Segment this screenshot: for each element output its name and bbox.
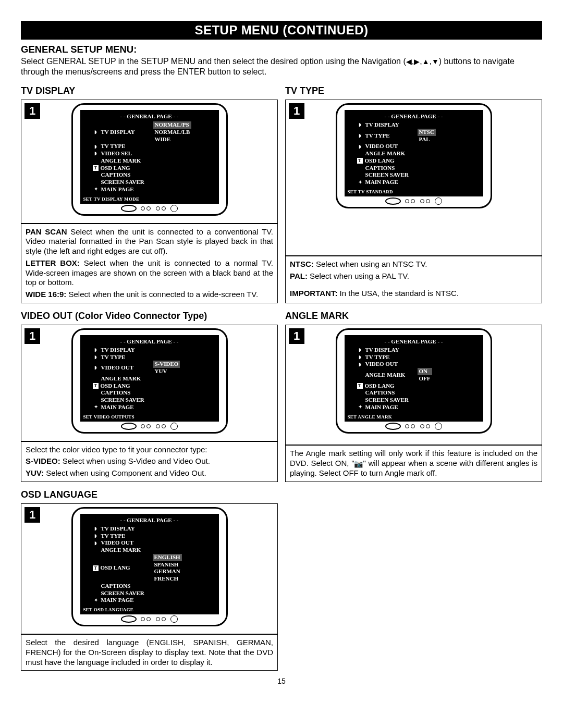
menu-label: ANGLE MARK xyxy=(101,375,153,382)
step-badge: 1 xyxy=(289,328,304,344)
menu-option: ON xyxy=(418,368,432,375)
menu-item: CAPTIONS xyxy=(357,165,480,172)
menu-label: TV DISPLAY xyxy=(365,121,418,129)
menu-label: CAPTIONS xyxy=(365,165,418,172)
menu-label: TV DISPLAY xyxy=(101,129,153,136)
menu-label: ANGLE MARK xyxy=(101,157,153,165)
menu-item: ANGLE MARK xyxy=(357,150,480,157)
menu-option: S-VIDEO xyxy=(153,361,180,368)
flag-icon: ◗ xyxy=(93,129,99,135)
page-title: SETUP MENU (CONTINUED) xyxy=(21,21,542,40)
menu-label: TV DISPLAY xyxy=(101,347,153,354)
menu-option: ENGLISH xyxy=(153,554,182,561)
menu-item: ◗TV DISPLAY xyxy=(93,525,216,533)
osd-lang-p1: Select the desired language (ENGLISH, SP… xyxy=(26,638,273,667)
angle-mark-desc: The Angle mark setting will only work if… xyxy=(285,445,542,482)
menu-item: ◗TV DISPLAYNORMAL/PSNORMAL/LBWIDE xyxy=(93,121,216,143)
flag-icon: ◗ xyxy=(357,362,363,367)
tv-type-panel: 1 - - GENERAL PAGE - -◗TV DISPLAY◗TV TYP… xyxy=(285,100,542,256)
menu-option: SPANISH xyxy=(153,561,182,569)
osd-title: - - GENERAL PAGE - - xyxy=(348,338,480,344)
menu-item: CAPTIONS xyxy=(93,389,216,397)
flag-icon: ◗ xyxy=(93,151,99,156)
yuv-text: Select when using Component and Video Ou… xyxy=(44,468,206,477)
menu-label: VIDEO OUT xyxy=(101,539,153,547)
wide-label: WIDE 16:9: xyxy=(26,290,66,299)
step-badge: 1 xyxy=(25,507,40,523)
angle-mark-heading: ANGLE MARK xyxy=(285,311,542,322)
menu-item: ◗VIDEO OUT xyxy=(357,361,480,368)
menu-item: ✦MAIN PAGE xyxy=(93,597,216,604)
menu-label: TV TYPE xyxy=(101,354,153,361)
video-out-heading: VIDEO OUT (Color Video Connector Type) xyxy=(21,311,278,322)
pal-label: PAL: xyxy=(290,272,308,280)
panscan-label: PAN SCAN xyxy=(26,227,67,236)
menu-options: ENGLISHSPANISHGERMANFRENCH xyxy=(153,554,182,583)
menu-item: TOSD LANG xyxy=(93,382,216,390)
menu-item: TOSD LANG xyxy=(93,165,216,172)
menu-item: ◗TV TYPE xyxy=(93,533,216,540)
menu-options: ONOFF xyxy=(418,368,432,382)
menu-options: NTSCPAL xyxy=(418,129,436,143)
tv-frame: - - GENERAL PAGE - -◗TV DISPLAY◗TV TYPE◗… xyxy=(336,328,492,434)
menu-item: ✦MAIN PAGE xyxy=(93,404,216,411)
osd-screen: - - GENERAL PAGE - -◗TV DISPLAY◗TV TYPE◗… xyxy=(80,514,219,614)
menu-label: TV TYPE xyxy=(365,132,418,140)
flag-icon: ◗ xyxy=(357,144,363,150)
menu-label: SCREEN SAVER xyxy=(101,179,153,186)
osd-title: - - GENERAL PAGE - - xyxy=(83,517,216,523)
back-icon: ✦ xyxy=(357,404,363,411)
menu-item: ANGLE MARK xyxy=(93,547,216,554)
menu-item: ◗TV TYPE xyxy=(93,354,216,361)
menu-item: ANGLE MARKONOFF xyxy=(357,368,480,382)
osd-lang-heading: OSD LANGUAGE xyxy=(21,489,278,500)
tv-display-panel: 1 - - GENERAL PAGE - -◗TV DISPLAYNORMAL/… xyxy=(21,100,278,224)
menu-label: MAIN PAGE xyxy=(365,404,418,411)
general-setup-intro: Select GENERAL SETUP in the SETUP MENU a… xyxy=(21,56,542,77)
menu-option: NORMAL/PS xyxy=(153,121,192,129)
menu-item: ✦MAIN PAGE xyxy=(93,186,216,193)
tv-base-icon xyxy=(345,198,483,205)
tv-base-icon xyxy=(80,423,219,430)
menu-label: CAPTIONS xyxy=(101,389,153,397)
text-icon: T xyxy=(93,565,99,571)
menu-label: VIDEO OUT xyxy=(101,364,153,372)
menu-label: TV DISPLAY xyxy=(365,347,418,354)
menu-option: OFF xyxy=(418,375,432,382)
osd-screen: - - GENERAL PAGE - -◗TV DISPLAY◗TV TYPEN… xyxy=(345,110,483,196)
menu-item: ◗TV TYPE xyxy=(93,143,216,150)
camera-angle-icon: 📷 xyxy=(354,460,363,469)
menu-item: ◗TV DISPLAY xyxy=(93,347,216,354)
osd-footer: SET ANGLE MARK xyxy=(348,414,480,419)
menu-item: SCREEN SAVER xyxy=(357,171,480,179)
menu-item: SCREEN SAVER xyxy=(93,179,216,186)
osd-title: - - GENERAL PAGE - - xyxy=(348,113,480,119)
menu-label: MAIN PAGE xyxy=(101,186,153,193)
menu-item: ◗VIDEO SEL xyxy=(93,150,216,157)
flag-icon: ◗ xyxy=(357,133,363,139)
step-badge: 1 xyxy=(25,103,40,119)
menu-label: TV TYPE xyxy=(101,143,153,150)
menu-item: ANGLE MARK xyxy=(93,375,216,382)
svideo-label: S-VIDEO: xyxy=(26,456,60,465)
flag-icon: ◗ xyxy=(93,526,99,532)
menu-label: CAPTIONS xyxy=(365,389,418,397)
menu-label: CAPTIONS xyxy=(101,171,153,179)
tv-display-desc: PAN SCAN Select when the unit is connect… xyxy=(21,224,278,303)
menu-item: CAPTIONS xyxy=(93,171,216,179)
menu-option: YUV xyxy=(153,368,180,375)
menu-label: TV TYPE xyxy=(101,533,153,540)
menu-option: WIDE xyxy=(153,136,192,143)
flag-icon: ◗ xyxy=(93,365,99,371)
menu-label: MAIN PAGE xyxy=(365,179,418,186)
osd-footer: SET TV STANDARD xyxy=(348,189,480,194)
menu-label: OSD LANG xyxy=(101,382,153,390)
angle-mark-panel: 1 - - GENERAL PAGE - -◗TV DISPLAY◗TV TYP… xyxy=(285,325,542,446)
svideo-text: Select when using S-Video and Video Out. xyxy=(60,456,210,465)
video-out-panel: 1 - - GENERAL PAGE - -◗TV DISPLAY◗TV TYP… xyxy=(21,325,278,441)
menu-label: OSD LANG xyxy=(101,564,153,572)
osd-title: - - GENERAL PAGE - - xyxy=(83,338,216,344)
tv-base-icon xyxy=(80,205,219,212)
tv-display-heading: TV DISPLAY xyxy=(21,85,278,96)
flag-icon: ◗ xyxy=(93,347,99,353)
